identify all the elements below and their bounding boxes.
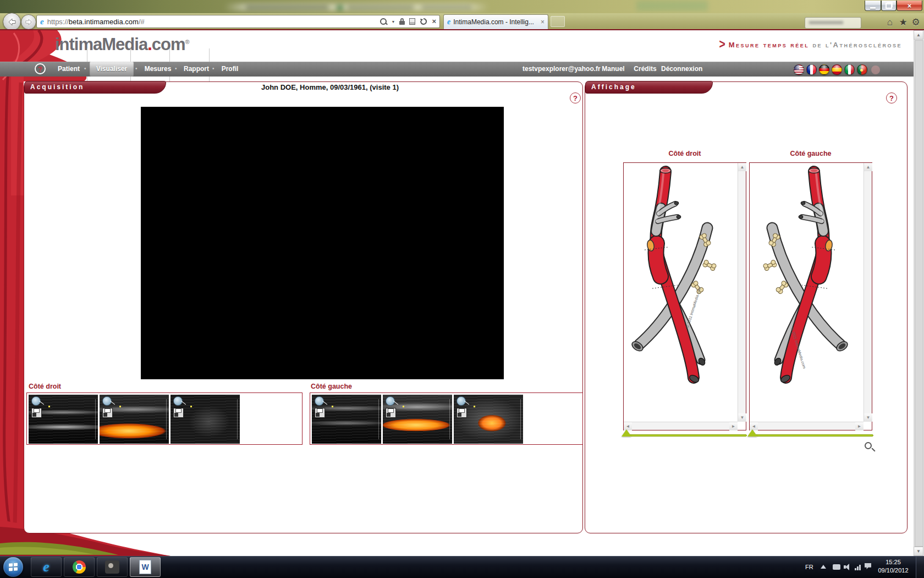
marker-dot	[403, 406, 404, 407]
screen: × e https://beta.intimamedia.com/# ▼	[0, 0, 924, 578]
taskbar-app-button[interactable]	[97, 557, 128, 577]
scrollbar-thumb[interactable]	[915, 40, 923, 547]
show-desktop-button[interactable]	[916, 557, 924, 578]
nav-item-rapport[interactable]: Rapport	[182, 62, 211, 77]
carotid-diagram-right[interactable]: © 2011 IntimaMedia.com ▲ ▼ ◄ ►	[623, 162, 746, 430]
tab-close-icon[interactable]: ×	[541, 18, 544, 26]
flag-spain-icon[interactable]	[832, 64, 842, 75]
save-icon[interactable]	[457, 408, 467, 418]
nav-item-mesures[interactable]: Mesures	[142, 62, 174, 77]
diagram-horizontal-scrollbar[interactable]: ◄ ►	[750, 422, 864, 430]
close-icon: ×	[908, 2, 912, 9]
nav-item-patient[interactable]: Patient	[55, 62, 82, 77]
window-minimize-button[interactable]	[865, 1, 881, 11]
nav-item-profil[interactable]: Profil	[218, 62, 242, 77]
scroll-right-icon[interactable]: ►	[729, 422, 738, 430]
taskbar-ie-button[interactable]: e	[31, 557, 62, 577]
scroll-right-icon[interactable]: ►	[855, 422, 864, 430]
app-icon	[105, 560, 119, 574]
save-icon[interactable]	[315, 408, 325, 418]
flag-usa-icon[interactable]	[794, 64, 804, 75]
registered-mark: ®	[185, 39, 189, 45]
nav-link-deconnexion[interactable]: Déconnexion	[661, 62, 701, 77]
magnifier-icon[interactable]	[865, 442, 872, 449]
browser-tab[interactable]: e IntimaMedia.com - Intellig... ×	[443, 14, 548, 29]
ultrasound-video[interactable]	[141, 107, 504, 379]
zoom-slider-left-handle[interactable]	[747, 429, 757, 437]
word-icon: W	[139, 560, 151, 574]
scroll-down-icon[interactable]: ▼	[738, 413, 746, 422]
settings-gear-icon[interactable]: ⚙	[910, 17, 922, 28]
window-restore-button[interactable]	[881, 1, 897, 11]
tray-network-icon[interactable]	[855, 563, 862, 571]
header-tick	[130, 48, 131, 62]
zoom-slider-right[interactable]	[626, 434, 747, 437]
compatibility-view-icon[interactable]	[409, 18, 415, 25]
thumbnail-left-1[interactable]	[312, 395, 381, 444]
diagram-vertical-scrollbar[interactable]: ▲ ▼	[864, 163, 872, 422]
windows-logo-icon	[9, 563, 18, 571]
tray-keyboard-icon[interactable]	[833, 564, 840, 570]
affichage-help-icon[interactable]: ?	[886, 92, 897, 103]
thumbnail-right-3[interactable]	[170, 395, 240, 444]
window-close-button[interactable]: ×	[897, 1, 922, 11]
forward-arrow-icon	[25, 19, 32, 25]
flag-france-icon[interactable]	[806, 64, 817, 75]
address-bar[interactable]: e https://beta.intimamedia.com/# ▼ ×	[36, 15, 440, 28]
thumbnail-left-2[interactable]	[383, 395, 452, 444]
start-button[interactable]	[3, 557, 23, 577]
zoom-slider-left[interactable]	[752, 434, 873, 437]
thumbnail-right-2[interactable]	[100, 395, 169, 444]
acquisition-help-icon[interactable]: ?	[570, 92, 581, 103]
nav-help-icon[interactable]: ?	[35, 63, 46, 74]
save-icon[interactable]	[31, 408, 42, 418]
thumbnail-left-3[interactable]	[454, 395, 523, 444]
scroll-down-icon[interactable]: ▼	[864, 413, 872, 422]
back-button[interactable]	[3, 13, 21, 31]
scale-bar	[378, 399, 379, 439]
search-icon[interactable]	[380, 18, 387, 25]
carotid-artery-illustration-mirrored: © 2011 IntimaMedia.com	[750, 163, 864, 422]
page-scroll-up-icon[interactable]: ▲	[914, 30, 923, 40]
favorites-star-icon[interactable]: ★	[897, 17, 909, 28]
page-scrollbar[interactable]	[914, 30, 924, 556]
flag-portugal-icon[interactable]	[857, 64, 867, 75]
save-icon[interactable]	[386, 408, 396, 418]
taskbar-word-button[interactable]: W	[130, 557, 161, 577]
forward-button[interactable]	[21, 14, 36, 30]
tagline: > Mesure temps réel de l'Athérosclérose	[632, 35, 902, 51]
search-dropdown-caret-icon[interactable]: ▼	[391, 20, 395, 24]
background-window-ghost	[224, 3, 489, 11]
thumbnail-right-1[interactable]	[29, 395, 98, 444]
language-indicator[interactable]: FR	[805, 564, 813, 570]
carotid-diagram-left[interactable]: © 2011 IntimaMedia.com ▲ ▼ ◄ ►	[749, 162, 872, 430]
scroll-up-icon[interactable]: ▲	[738, 163, 746, 171]
save-icon[interactable]	[173, 408, 184, 418]
nav-link-credits[interactable]: Crédits	[631, 62, 659, 77]
flag-germany-icon[interactable]	[819, 64, 829, 75]
diagram-vertical-scrollbar[interactable]: ▲ ▼	[738, 163, 746, 422]
nav-item-visualiser[interactable]: Visualiser	[90, 62, 134, 77]
header-tick	[209, 48, 210, 62]
stop-icon[interactable]: ×	[432, 18, 436, 25]
diagram-horizontal-scrollbar[interactable]: ◄ ►	[624, 422, 738, 430]
new-tab-stub[interactable]	[551, 16, 565, 27]
nav-separator: •	[84, 62, 89, 77]
nav-link-manuel[interactable]: Manuel	[600, 62, 627, 77]
tray-expand-icon[interactable]	[821, 565, 826, 569]
home-icon[interactable]: ⌂	[884, 17, 896, 28]
marker-dot	[474, 406, 475, 407]
taskbar-chrome-button[interactable]	[64, 557, 95, 577]
tray-volume-icon[interactable]	[844, 563, 851, 571]
header-tick	[169, 48, 170, 62]
save-icon[interactable]	[102, 408, 113, 418]
taskbar-clock[interactable]: 15:25 09/10/2012	[875, 558, 912, 576]
page-scroll-down-icon[interactable]: ▼	[914, 547, 923, 556]
refresh-icon[interactable]	[420, 18, 427, 25]
scroll-up-icon[interactable]: ▲	[864, 163, 872, 171]
thumbnail-strip-left	[310, 392, 583, 445]
flag-italy-icon[interactable]	[844, 64, 855, 75]
zoom-slider-right-handle[interactable]	[622, 429, 631, 437]
minimize-icon	[870, 7, 876, 9]
logo-dot: .	[147, 35, 152, 54]
